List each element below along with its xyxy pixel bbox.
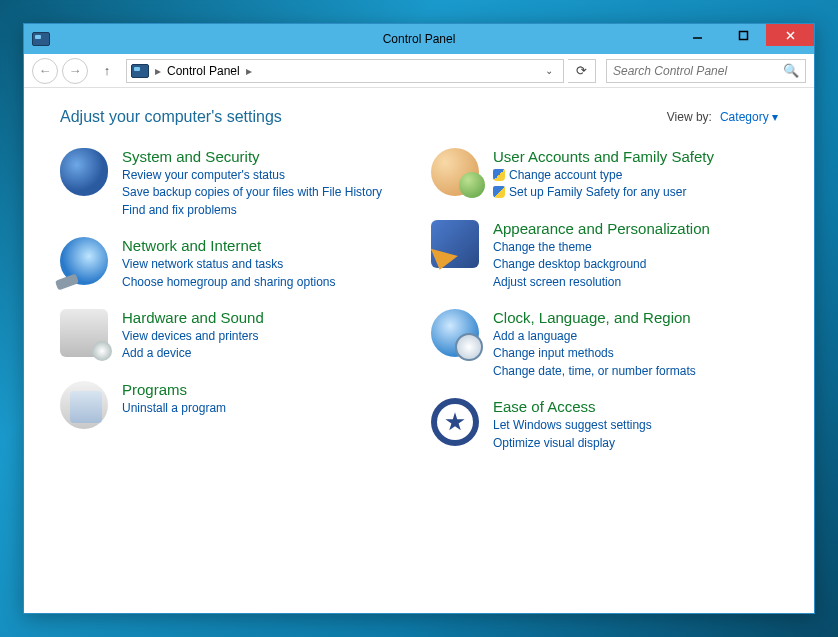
- category-user-accounts-and-family-safety: User Accounts and Family SafetyChange ac…: [431, 148, 778, 202]
- view-by-select[interactable]: Category ▾: [720, 110, 778, 124]
- category-heading-hardware-and-sound[interactable]: Hardware and Sound: [122, 309, 407, 326]
- titlebar[interactable]: Control Panel: [24, 24, 814, 54]
- task-link-add-a-language[interactable]: Add a language: [493, 328, 778, 345]
- category-clock-language-and-region: Clock, Language, and RegionAdd a languag…: [431, 309, 778, 380]
- category-hardware-and-sound: Hardware and SoundView devices and print…: [60, 309, 407, 363]
- control-panel-icon: [32, 32, 50, 46]
- content-area: Adjust your computer's settings View by:…: [24, 88, 814, 613]
- close-button[interactable]: [766, 24, 814, 46]
- task-link-let-windows-suggest-settings[interactable]: Let Windows suggest settings: [493, 417, 778, 434]
- category-heading-programs[interactable]: Programs: [122, 381, 407, 398]
- minimize-button[interactable]: [674, 24, 720, 46]
- task-link-adjust-screen-resolution[interactable]: Adjust screen resolution: [493, 274, 778, 291]
- address-dropdown[interactable]: ⌄: [539, 65, 559, 76]
- security-icon[interactable]: [60, 148, 108, 196]
- hardware-icon[interactable]: [60, 309, 108, 357]
- task-link-change-account-type[interactable]: Change account type: [493, 167, 778, 184]
- category-network-and-internet: Network and InternetView network status …: [60, 237, 407, 291]
- task-link-change-desktop-background[interactable]: Change desktop background: [493, 256, 778, 273]
- forward-button[interactable]: →: [62, 58, 88, 84]
- search-icon[interactable]: 🔍: [783, 63, 799, 78]
- task-link-choose-homegroup-and-sharing-options[interactable]: Choose homegroup and sharing options: [122, 274, 407, 291]
- category-appearance-and-personalization: Appearance and PersonalizationChange the…: [431, 220, 778, 291]
- category-system-and-security: System and SecurityReview your computer'…: [60, 148, 407, 219]
- category-heading-ease-of-access[interactable]: Ease of Access: [493, 398, 778, 415]
- breadcrumb-sep[interactable]: ▸: [246, 64, 252, 78]
- breadcrumb-sep: ▸: [155, 64, 161, 78]
- view-by-label: View by:: [667, 110, 712, 124]
- category-programs: ProgramsUninstall a program: [60, 381, 407, 429]
- category-heading-network-and-internet[interactable]: Network and Internet: [122, 237, 407, 254]
- category-column-left: System and SecurityReview your computer'…: [60, 148, 407, 470]
- task-link-view-network-status-and-tasks[interactable]: View network status and tasks: [122, 256, 407, 273]
- task-link-save-backup-copies-of-your-files-with-file-history[interactable]: Save backup copies of your files with Fi…: [122, 184, 407, 201]
- task-link-review-your-computer-s-status[interactable]: Review your computer's status: [122, 167, 407, 184]
- address-icon: [131, 64, 149, 78]
- back-button[interactable]: ←: [32, 58, 58, 84]
- category-heading-user-accounts-and-family-safety[interactable]: User Accounts and Family Safety: [493, 148, 778, 165]
- window-title: Control Panel: [383, 32, 456, 46]
- ease-icon[interactable]: [431, 398, 479, 446]
- task-link-set-up-family-safety-for-any-user[interactable]: Set up Family Safety for any user: [493, 184, 778, 201]
- page-heading: Adjust your computer's settings: [60, 108, 282, 126]
- category-column-right: User Accounts and Family SafetyChange ac…: [431, 148, 778, 470]
- network-icon[interactable]: [60, 237, 108, 285]
- task-link-change-input-methods[interactable]: Change input methods: [493, 345, 778, 362]
- search-box[interactable]: 🔍: [606, 59, 806, 83]
- category-ease-of-access: Ease of AccessLet Windows suggest settin…: [431, 398, 778, 452]
- refresh-button[interactable]: ⟳: [568, 59, 596, 83]
- task-link-find-and-fix-problems[interactable]: Find and fix problems: [122, 202, 407, 219]
- navbar: ← → ↑ ▸ Control Panel ▸ ⌄ ⟳ 🔍: [24, 54, 814, 88]
- breadcrumb-root[interactable]: Control Panel: [167, 64, 240, 78]
- task-link-uninstall-a-program[interactable]: Uninstall a program: [122, 400, 407, 417]
- maximize-button[interactable]: [720, 24, 766, 46]
- svg-rect-1: [739, 31, 747, 39]
- users-icon[interactable]: [431, 148, 479, 196]
- task-link-add-a-device[interactable]: Add a device: [122, 345, 407, 362]
- category-heading-clock-language-and-region[interactable]: Clock, Language, and Region: [493, 309, 778, 326]
- appearance-icon[interactable]: [431, 220, 479, 268]
- task-link-view-devices-and-printers[interactable]: View devices and printers: [122, 328, 407, 345]
- up-button[interactable]: ↑: [96, 60, 118, 82]
- category-heading-system-and-security[interactable]: System and Security: [122, 148, 407, 165]
- view-by: View by: Category ▾: [667, 110, 778, 124]
- task-link-optimize-visual-display[interactable]: Optimize visual display: [493, 435, 778, 452]
- programs-icon[interactable]: [60, 381, 108, 429]
- category-heading-appearance-and-personalization[interactable]: Appearance and Personalization: [493, 220, 778, 237]
- search-input[interactable]: [613, 64, 783, 78]
- control-panel-window: Control Panel ← → ↑ ▸ Control Panel ▸ ⌄ …: [23, 23, 815, 614]
- clock-icon[interactable]: [431, 309, 479, 357]
- task-link-change-date-time-or-number-formats[interactable]: Change date, time, or number formats: [493, 363, 778, 380]
- task-link-change-the-theme[interactable]: Change the theme: [493, 239, 778, 256]
- address-bar[interactable]: ▸ Control Panel ▸ ⌄: [126, 59, 564, 83]
